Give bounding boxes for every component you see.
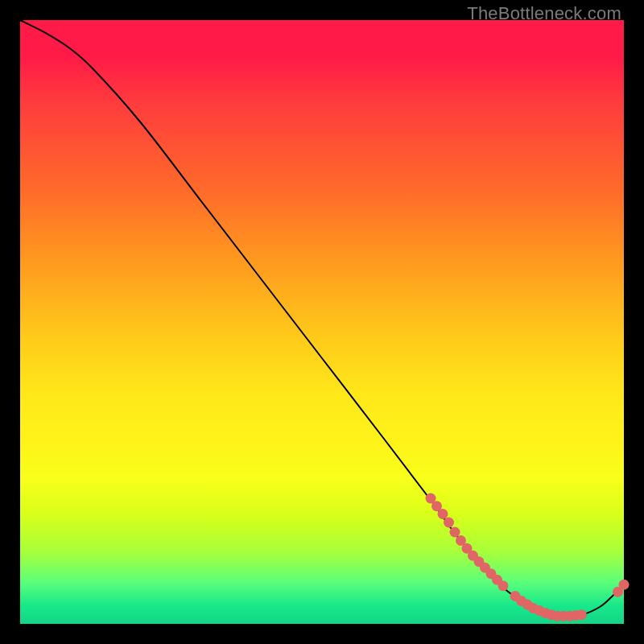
data-point <box>576 609 587 620</box>
curve-line <box>20 20 624 616</box>
data-markers <box>426 493 630 621</box>
data-point <box>619 580 630 590</box>
data-point <box>444 518 454 528</box>
data-point <box>450 527 460 538</box>
data-point <box>438 509 448 519</box>
chart-svg <box>20 20 624 624</box>
chart-frame: TheBottleneck.com <box>0 0 644 644</box>
data-point <box>498 580 509 591</box>
